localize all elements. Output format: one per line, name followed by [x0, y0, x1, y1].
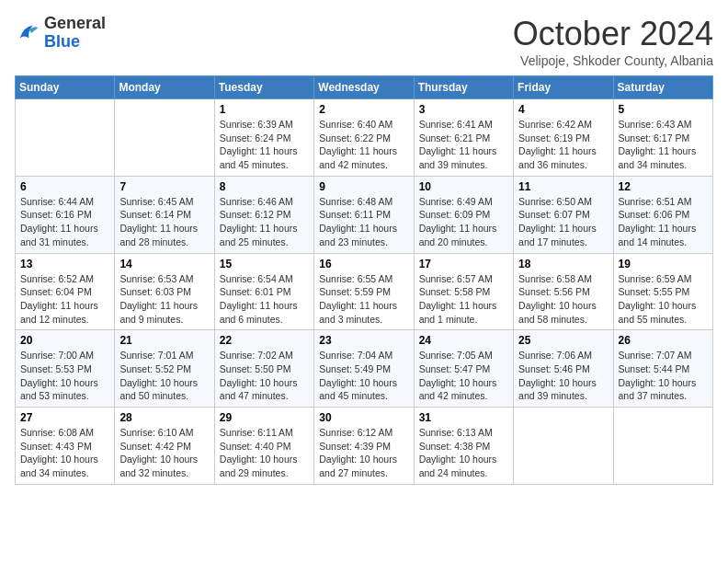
day-info: Sunrise: 6:10 AM Sunset: 4:42 PM Dayligh…: [119, 426, 209, 480]
day-info: Sunrise: 7:01 AM Sunset: 5:52 PM Dayligh…: [119, 349, 209, 403]
page-header: General Blue October 2024 Velipoje, Shko…: [15, 15, 713, 68]
day-info: Sunrise: 6:57 AM Sunset: 5:58 PM Dayligh…: [419, 272, 508, 327]
calendar-cell: 15Sunrise: 6:54 AM Sunset: 6:01 PM Dayli…: [214, 253, 313, 330]
weekday-header-friday: Friday: [514, 76, 613, 99]
calendar-cell: [514, 408, 613, 485]
day-number: 11: [518, 180, 608, 193]
calendar-cell: 22Sunrise: 7:02 AM Sunset: 5:50 PM Dayli…: [214, 330, 313, 408]
calendar-cell: 12Sunrise: 6:51 AM Sunset: 6:06 PM Dayli…: [613, 176, 712, 253]
day-info: Sunrise: 6:11 AM Sunset: 4:40 PM Dayligh…: [220, 426, 309, 480]
day-number: 26: [619, 334, 708, 347]
day-info: Sunrise: 6:13 AM Sunset: 4:38 PM Dayligh…: [419, 426, 508, 480]
calendar-cell: 25Sunrise: 7:06 AM Sunset: 5:46 PM Dayli…: [514, 330, 613, 408]
calendar-cell: 19Sunrise: 6:59 AM Sunset: 5:55 PM Dayli…: [613, 253, 712, 330]
day-number: 18: [518, 258, 608, 270]
day-number: 30: [319, 411, 408, 424]
day-info: Sunrise: 6:59 AM Sunset: 5:55 PM Dayligh…: [619, 272, 708, 327]
calendar-cell: 28Sunrise: 6:10 AM Sunset: 4:42 PM Dayli…: [115, 408, 214, 485]
day-info: Sunrise: 6:49 AM Sunset: 6:09 PM Dayligh…: [419, 195, 508, 249]
day-number: 9: [319, 180, 408, 193]
day-number: 6: [20, 180, 109, 193]
day-info: Sunrise: 7:05 AM Sunset: 5:47 PM Dayligh…: [419, 349, 508, 403]
calendar-cell: 29Sunrise: 6:11 AM Sunset: 4:40 PM Dayli…: [214, 408, 313, 485]
day-number: 20: [20, 334, 109, 347]
calendar-cell: 16Sunrise: 6:55 AM Sunset: 5:59 PM Dayli…: [314, 253, 414, 330]
weekday-header-sunday: Sunday: [16, 76, 115, 99]
calendar-cell: 17Sunrise: 6:57 AM Sunset: 5:58 PM Dayli…: [414, 253, 513, 330]
title-block: October 2024 Velipoje, Shkoder County, A…: [513, 15, 713, 68]
calendar-cell: 9Sunrise: 6:48 AM Sunset: 6:11 PM Daylig…: [314, 176, 414, 253]
day-number: 8: [220, 180, 309, 193]
day-number: 14: [119, 258, 209, 270]
calendar-cell: 30Sunrise: 6:12 AM Sunset: 4:39 PM Dayli…: [314, 408, 414, 485]
day-number: 10: [419, 180, 508, 193]
calendar-cell: 26Sunrise: 7:07 AM Sunset: 5:44 PM Dayli…: [613, 330, 712, 408]
day-info: Sunrise: 6:52 AM Sunset: 6:04 PM Dayligh…: [20, 272, 109, 327]
calendar-cell: 14Sunrise: 6:53 AM Sunset: 6:03 PM Dayli…: [115, 253, 214, 330]
calendar-cell: 20Sunrise: 7:00 AM Sunset: 5:53 PM Dayli…: [16, 330, 115, 408]
calendar-cell: 24Sunrise: 7:05 AM Sunset: 5:47 PM Dayli…: [414, 330, 513, 408]
day-number: 7: [119, 180, 209, 193]
day-info: Sunrise: 6:46 AM Sunset: 6:12 PM Dayligh…: [220, 195, 309, 249]
day-info: Sunrise: 6:12 AM Sunset: 4:39 PM Dayligh…: [319, 426, 408, 480]
day-info: Sunrise: 7:02 AM Sunset: 5:50 PM Dayligh…: [220, 349, 309, 403]
calendar-table: SundayMondayTuesdayWednesdayThursdayFrid…: [15, 75, 713, 485]
weekday-header-tuesday: Tuesday: [214, 76, 313, 99]
day-info: Sunrise: 7:04 AM Sunset: 5:49 PM Dayligh…: [319, 349, 408, 403]
day-number: 21: [119, 334, 209, 347]
weekday-header-thursday: Thursday: [414, 76, 513, 99]
day-number: 16: [319, 258, 408, 270]
day-number: 12: [619, 180, 708, 193]
day-info: Sunrise: 6:08 AM Sunset: 4:43 PM Dayligh…: [20, 426, 109, 480]
day-info: Sunrise: 6:54 AM Sunset: 6:01 PM Dayligh…: [220, 272, 309, 327]
calendar-cell: [16, 99, 115, 177]
day-number: 23: [319, 334, 408, 347]
day-number: 31: [419, 411, 508, 424]
day-number: 3: [419, 103, 508, 116]
logo-general: General: [44, 15, 106, 33]
day-info: Sunrise: 6:44 AM Sunset: 6:16 PM Dayligh…: [20, 195, 109, 249]
calendar-cell: 3Sunrise: 6:41 AM Sunset: 6:21 PM Daylig…: [414, 99, 513, 177]
day-number: 5: [619, 103, 708, 116]
calendar-cell: 31Sunrise: 6:13 AM Sunset: 4:38 PM Dayli…: [414, 408, 513, 485]
day-number: 15: [220, 258, 309, 270]
day-number: 2: [319, 103, 408, 116]
day-number: 29: [220, 411, 309, 424]
calendar-week-row: 1Sunrise: 6:39 AM Sunset: 6:24 PM Daylig…: [16, 99, 713, 177]
weekday-header-row: SundayMondayTuesdayWednesdayThursdayFrid…: [16, 76, 713, 99]
day-info: Sunrise: 7:00 AM Sunset: 5:53 PM Dayligh…: [20, 349, 109, 403]
weekday-header-saturday: Saturday: [613, 76, 712, 99]
calendar-cell: 21Sunrise: 7:01 AM Sunset: 5:52 PM Dayli…: [115, 330, 214, 408]
day-info: Sunrise: 6:53 AM Sunset: 6:03 PM Dayligh…: [119, 272, 209, 327]
calendar-cell: 6Sunrise: 6:44 AM Sunset: 6:16 PM Daylig…: [16, 176, 115, 253]
logo-bird-icon: [15, 20, 40, 46]
weekday-header-wednesday: Wednesday: [314, 76, 414, 99]
day-info: Sunrise: 7:07 AM Sunset: 5:44 PM Dayligh…: [619, 349, 708, 403]
calendar-cell: 5Sunrise: 6:43 AM Sunset: 6:17 PM Daylig…: [613, 99, 712, 177]
logo-text: General Blue: [44, 15, 106, 52]
day-info: Sunrise: 6:48 AM Sunset: 6:11 PM Dayligh…: [319, 195, 408, 249]
day-number: 13: [20, 258, 109, 270]
day-number: 1: [220, 103, 309, 116]
month-title: October 2024: [513, 15, 713, 53]
calendar-cell: 8Sunrise: 6:46 AM Sunset: 6:12 PM Daylig…: [214, 176, 313, 253]
calendar-cell: 7Sunrise: 6:45 AM Sunset: 6:14 PM Daylig…: [115, 176, 214, 253]
day-info: Sunrise: 6:58 AM Sunset: 5:56 PM Dayligh…: [518, 272, 608, 327]
calendar-week-row: 13Sunrise: 6:52 AM Sunset: 6:04 PM Dayli…: [16, 253, 713, 330]
day-info: Sunrise: 6:55 AM Sunset: 5:59 PM Dayligh…: [319, 272, 408, 327]
day-number: 22: [220, 334, 309, 347]
logo: General Blue: [15, 15, 106, 52]
day-number: 25: [518, 334, 608, 347]
day-number: 27: [20, 411, 109, 424]
calendar-cell: 2Sunrise: 6:40 AM Sunset: 6:22 PM Daylig…: [314, 99, 414, 177]
calendar-week-row: 20Sunrise: 7:00 AM Sunset: 5:53 PM Dayli…: [16, 330, 713, 408]
weekday-header-monday: Monday: [115, 76, 214, 99]
day-info: Sunrise: 7:06 AM Sunset: 5:46 PM Dayligh…: [518, 349, 608, 403]
location-subtitle: Velipoje, Shkoder County, Albania: [513, 53, 713, 68]
calendar-cell: 18Sunrise: 6:58 AM Sunset: 5:56 PM Dayli…: [514, 253, 613, 330]
day-info: Sunrise: 6:42 AM Sunset: 6:19 PM Dayligh…: [518, 118, 608, 172]
day-info: Sunrise: 6:39 AM Sunset: 6:24 PM Dayligh…: [220, 118, 309, 172]
calendar-week-row: 27Sunrise: 6:08 AM Sunset: 4:43 PM Dayli…: [16, 408, 713, 485]
calendar-cell: 13Sunrise: 6:52 AM Sunset: 6:04 PM Dayli…: [16, 253, 115, 330]
calendar-cell: 1Sunrise: 6:39 AM Sunset: 6:24 PM Daylig…: [214, 99, 313, 177]
